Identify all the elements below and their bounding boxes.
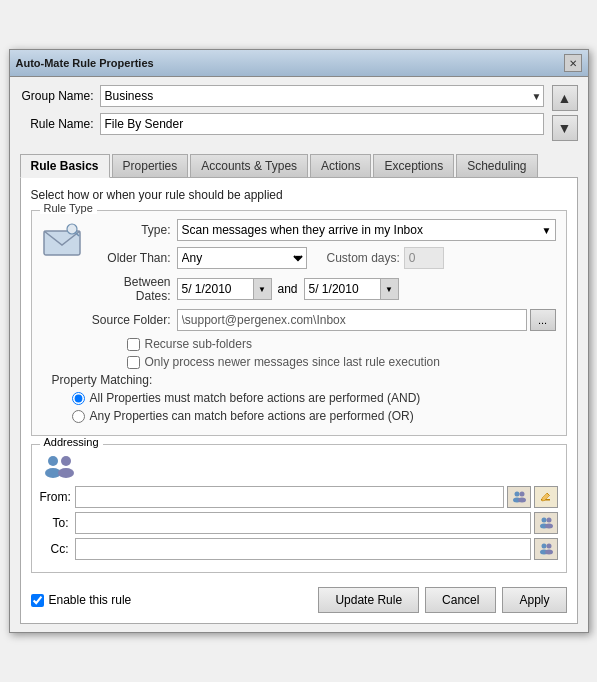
custom-days-label: Custom days: <box>327 251 400 265</box>
cc-label: Cc: <box>40 542 75 556</box>
rule-name-input[interactable] <box>100 113 544 135</box>
svg-point-13 <box>541 518 546 523</box>
browse-button[interactable]: ... <box>530 309 556 331</box>
to-label: To: <box>40 516 75 530</box>
from-edit-button[interactable] <box>534 486 558 508</box>
rule-fields: Type: Scan messages when they arrive in … <box>92 219 556 337</box>
tab-properties[interactable]: Properties <box>112 154 189 178</box>
tab-rule-basics[interactable]: Rule Basics <box>20 154 110 178</box>
radio-or-label: Any Properties can match before actions … <box>90 409 414 423</box>
svg-point-16 <box>545 524 553 529</box>
up-arrow-button[interactable]: ▲ <box>552 85 578 111</box>
cc-input[interactable] <box>75 538 531 560</box>
to-row: To: <box>40 512 558 534</box>
svg-point-9 <box>519 492 524 497</box>
type-row: Type: Scan messages when they arrive in … <box>92 219 556 241</box>
date-from-picker[interactable]: ▼ <box>253 279 271 299</box>
radio-and-label: All Properties must match before actions… <box>90 391 421 405</box>
svg-point-10 <box>518 498 526 503</box>
apply-button[interactable]: Apply <box>502 587 566 613</box>
svg-point-6 <box>58 468 74 478</box>
and-label: and <box>278 282 298 296</box>
enable-rule-label: Enable this rule <box>49 593 132 607</box>
rule-name-label: Rule Name: <box>20 117 100 131</box>
between-dates-row: Between Dates: ▼ and ▼ <box>92 275 556 303</box>
tab-bar: Rule Basics Properties Accounts & Types … <box>20 153 578 177</box>
property-matching-title: Property Matching: <box>42 373 556 387</box>
to-input[interactable] <box>75 512 531 534</box>
tab-scheduling[interactable]: Scheduling <box>456 154 537 178</box>
addressing-icon-area <box>40 453 558 484</box>
date-from-wrapper: ▼ <box>177 278 272 300</box>
title-bar: Auto-Mate Rule Properties ✕ <box>10 50 588 77</box>
from-row: From: <box>40 486 558 508</box>
date-from-input[interactable] <box>178 279 253 299</box>
tab-panel-rule-basics: Select how or when your rule should be a… <box>20 177 578 624</box>
radio-or[interactable] <box>72 410 85 423</box>
recurse-row: Recurse sub-folders <box>42 337 556 351</box>
radio-or-row: Any Properties can match before actions … <box>42 409 556 423</box>
main-window: Auto-Mate Rule Properties ✕ Group Name: … <box>9 49 589 633</box>
svg-point-20 <box>545 550 553 555</box>
addressing-group: Addressing From: <box>31 444 567 573</box>
close-button[interactable]: ✕ <box>564 54 582 72</box>
type-select[interactable]: Scan messages when they arrive in my Inb… <box>177 219 556 241</box>
cc-row: Cc: <box>40 538 558 560</box>
from-input[interactable] <box>75 486 504 508</box>
older-than-label: Older Than: <box>92 251 177 265</box>
rule-name-row: Rule Name: <box>20 113 544 135</box>
svg-point-17 <box>541 544 546 549</box>
date-to-input[interactable] <box>305 279 380 299</box>
addressing-icon-svg <box>40 453 82 481</box>
radio-and[interactable] <box>72 392 85 405</box>
rule-type-group-title: Rule Type <box>40 202 97 214</box>
footer-row: Enable this rule Update Rule Cancel Appl… <box>31 581 567 613</box>
type-label: Type: <box>92 223 177 237</box>
svg-point-7 <box>514 492 519 497</box>
between-dates-label: Between Dates: <box>92 275 177 303</box>
rule-icon-svg <box>42 223 82 259</box>
type-select-wrapper: Scan messages when they arrive in my Inb… <box>177 219 556 241</box>
svg-point-19 <box>546 544 551 549</box>
addressing-fields: From: To: <box>40 486 558 560</box>
rule-type-icon <box>42 223 82 259</box>
older-than-select[interactable]: Any 1 day 3 days 1 week <box>177 247 307 269</box>
newer-label: Only process newer messages since last r… <box>145 355 440 369</box>
svg-point-5 <box>61 456 71 466</box>
cc-people-button[interactable] <box>534 538 558 560</box>
date-to-picker[interactable]: ▼ <box>380 279 398 299</box>
window-title: Auto-Mate Rule Properties <box>16 57 154 69</box>
nav-buttons: ▲ ▼ <box>552 85 578 141</box>
enable-check-row: Enable this rule <box>31 593 132 607</box>
to-people-button[interactable] <box>534 512 558 534</box>
icon-area: Type: Scan messages when they arrive in … <box>42 219 556 337</box>
recurse-label: Recurse sub-folders <box>145 337 252 351</box>
tab-actions[interactable]: Actions <box>310 154 371 178</box>
older-than-row: Older Than: Any 1 day 3 days 1 week ▼ <box>92 247 556 269</box>
update-rule-button[interactable]: Update Rule <box>318 587 419 613</box>
enable-rule-checkbox[interactable] <box>31 594 44 607</box>
from-label: From: <box>40 490 75 504</box>
tab-exceptions[interactable]: Exceptions <box>373 154 454 178</box>
svg-point-3 <box>48 456 58 466</box>
group-name-row: Group Name: Business ▼ <box>20 85 544 107</box>
window-body: Group Name: Business ▼ Rule Name: ▲ ▼ <box>10 77 588 632</box>
source-folder-row: Source Folder: ... <box>92 309 556 331</box>
tab-accounts-types[interactable]: Accounts & Types <box>190 154 308 178</box>
from-people-button[interactable] <box>507 486 531 508</box>
group-name-select-wrapper: Business ▼ <box>100 85 544 107</box>
recurse-checkbox[interactable] <box>127 338 140 351</box>
source-folder-input[interactable] <box>177 309 527 331</box>
section-description: Select how or when your rule should be a… <box>31 188 567 202</box>
down-arrow-button[interactable]: ▼ <box>552 115 578 141</box>
action-buttons: Update Rule Cancel Apply <box>318 587 566 613</box>
addressing-title: Addressing <box>40 436 103 448</box>
newer-checkbox[interactable] <box>127 356 140 369</box>
rule-type-group: Rule Type <box>31 210 567 436</box>
cancel-button[interactable]: Cancel <box>425 587 496 613</box>
group-name-select[interactable]: Business <box>100 85 544 107</box>
custom-days-input[interactable] <box>404 247 444 269</box>
newer-row: Only process newer messages since last r… <box>42 355 556 369</box>
svg-point-15 <box>546 518 551 523</box>
radio-and-row: All Properties must match before actions… <box>42 391 556 405</box>
